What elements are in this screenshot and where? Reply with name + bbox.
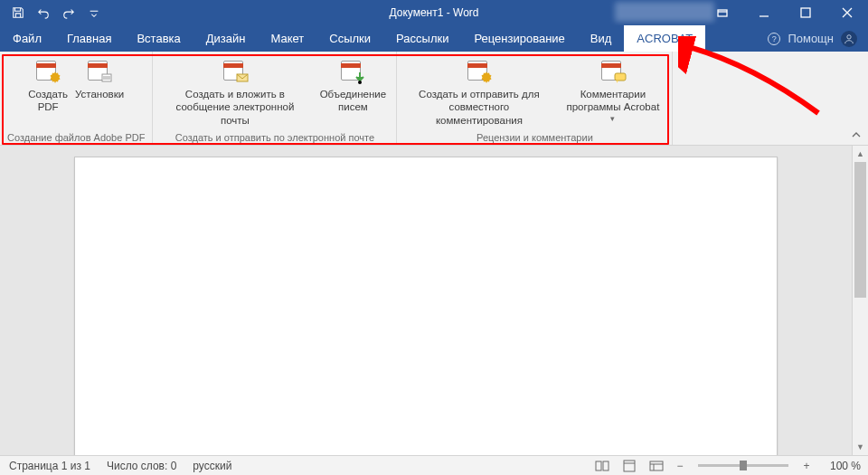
window-controls: [702, 0, 868, 25]
acrobat-comments-label: Комментарии программы Acrobat: [566, 88, 659, 114]
collapse-ribbon-icon[interactable]: [850, 128, 863, 141]
document-page[interactable]: [74, 157, 778, 455]
scroll-down-icon[interactable]: ▼: [853, 439, 868, 455]
ribbon-group-label-create: Создание файлов Adobe PDF: [7, 131, 145, 143]
svg-rect-9: [624, 461, 635, 471]
svg-rect-3: [102, 74, 111, 81]
status-language[interactable]: русский: [193, 460, 231, 472]
undo-icon[interactable]: [33, 2, 54, 24]
create-send-review-button[interactable]: Создать и отправить для совместного комм…: [404, 55, 553, 127]
tab-review[interactable]: Рецензирование: [461, 25, 577, 52]
ribbon-group-label-review: Рецензии и комментарии: [476, 131, 593, 143]
zoom-level[interactable]: 100 %: [819, 460, 861, 472]
ribbon-group-email: Создать и вложить в сообщение электронно…: [153, 52, 397, 145]
mail-merge-button[interactable]: Объединение писем: [316, 55, 389, 114]
svg-rect-10: [650, 461, 663, 470]
ribbon-group-review: Создать и отправить для совместного комм…: [397, 52, 673, 145]
tab-references[interactable]: Ссылки: [316, 25, 383, 52]
tab-design[interactable]: Дизайн: [193, 25, 259, 52]
tab-file[interactable]: Файл: [0, 25, 54, 52]
acrobat-comments-icon: [599, 57, 627, 86]
mail-merge-icon: [338, 57, 367, 86]
document-area: ▲ ▼: [0, 146, 868, 455]
tab-view[interactable]: Вид: [578, 25, 625, 52]
scroll-up-icon[interactable]: ▲: [853, 146, 868, 162]
mail-merge-label: Объединение писем: [320, 88, 387, 114]
tab-mailings[interactable]: Рассылки: [383, 25, 461, 52]
svg-point-2: [847, 34, 851, 38]
create-pdf-label: Создать PDF: [28, 88, 68, 114]
quick-access-toolbar: [0, 2, 105, 24]
svg-rect-6: [615, 73, 626, 81]
preferences-icon: [85, 57, 114, 86]
share-icon[interactable]: [841, 31, 857, 47]
dropdown-caret-icon: ▾: [610, 114, 615, 124]
ribbon-group-create-pdf: Создать PDF Установки Создание файлов Ad…: [0, 52, 153, 145]
tab-insert[interactable]: Вставка: [124, 25, 193, 52]
view-print-layout-icon[interactable]: [618, 458, 640, 474]
save-icon[interactable]: [7, 2, 29, 24]
tab-acrobat[interactable]: ACROBAT: [624, 25, 705, 52]
scroll-thumb[interactable]: [854, 162, 866, 298]
status-bar: Страница 1 из 1 Число слов: 0 русский − …: [0, 455, 868, 475]
tell-me[interactable]: ? Помощн: [768, 25, 857, 52]
view-read-mode-icon[interactable]: [591, 458, 613, 474]
svg-rect-8: [603, 461, 609, 470]
svg-point-5: [358, 81, 362, 84]
status-word-count[interactable]: Число слов: 0: [107, 460, 176, 472]
status-page[interactable]: Страница 1 из 1: [9, 460, 90, 472]
close-icon[interactable]: [826, 0, 868, 25]
qat-customize-icon[interactable]: [83, 2, 105, 24]
zoom-slider[interactable]: [698, 464, 788, 467]
svg-rect-0: [718, 10, 727, 16]
acrobat-comments-button[interactable]: Комментарии программы Acrobat ▾: [561, 55, 665, 124]
title-bar: Документ1 - Word: [0, 0, 868, 25]
tab-layout[interactable]: Макет: [258, 25, 316, 52]
ribbon-display-options-icon[interactable]: [702, 0, 743, 25]
ribbon-tabs: Файл Главная Вставка Дизайн Макет Ссылки…: [0, 25, 868, 52]
ribbon: Создать PDF Установки Создание файлов Ad…: [0, 52, 868, 146]
svg-rect-1: [801, 8, 810, 17]
create-send-review-icon: [465, 57, 494, 86]
ribbon-group-label-email: Создать и отправить по электронной почте: [175, 131, 374, 143]
create-send-review-label: Создать и отправить для совместного комм…: [404, 88, 553, 127]
preferences-label: Установки: [75, 88, 124, 100]
create-attach-email-label: Создать и вложить в сообщение электронно…: [160, 88, 309, 127]
minimize-icon[interactable]: [743, 0, 785, 25]
create-attach-email-button[interactable]: Создать и вложить в сообщение электронно…: [160, 55, 309, 127]
svg-rect-7: [596, 461, 601, 470]
vertical-scrollbar[interactable]: ▲ ▼: [852, 146, 868, 455]
create-attach-email-icon: [221, 57, 250, 86]
redo-icon[interactable]: [58, 2, 80, 24]
zoom-out-button[interactable]: −: [673, 460, 687, 472]
preferences-button[interactable]: Установки: [75, 55, 124, 100]
create-pdf-icon: [33, 57, 62, 86]
maximize-icon[interactable]: [785, 0, 826, 25]
zoom-in-button[interactable]: +: [799, 460, 814, 472]
account-area[interactable]: [615, 2, 714, 22]
lightbulb-icon: ?: [768, 33, 780, 45]
tab-home[interactable]: Главная: [54, 25, 124, 52]
tell-me-placeholder: Помощн: [788, 32, 834, 45]
view-web-layout-icon[interactable]: [646, 458, 667, 474]
create-pdf-button[interactable]: Создать PDF: [28, 55, 68, 114]
